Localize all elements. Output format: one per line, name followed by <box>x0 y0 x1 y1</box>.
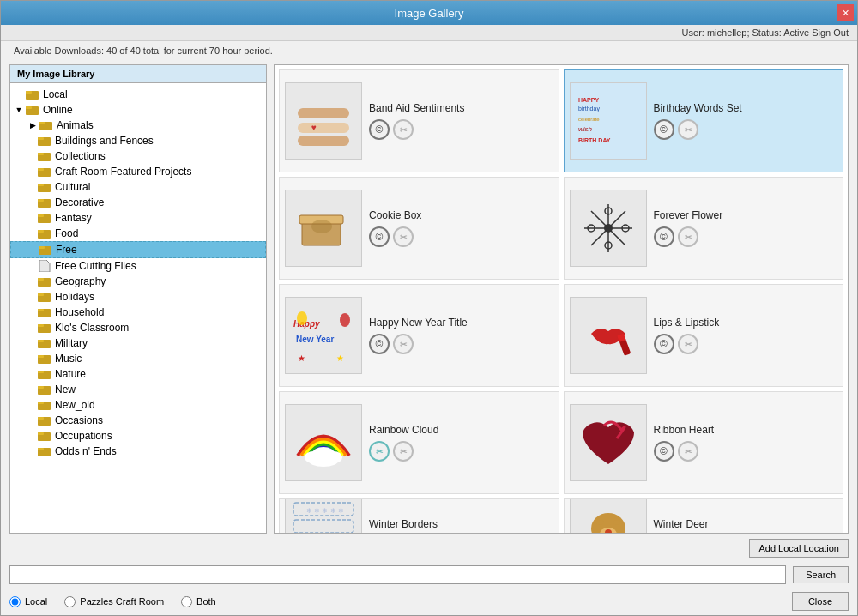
svg-rect-41 <box>38 417 44 420</box>
gallery-name-birthday: Birthday Words Set <box>654 102 838 114</box>
sidebar-item-music[interactable]: Music <box>10 351 266 366</box>
gallery-thumb-ribbon <box>570 404 647 481</box>
svg-text:★: ★ <box>336 353 344 363</box>
svg-text:birthday: birthday <box>578 106 600 112</box>
copyright-badge-birthday: © <box>654 119 674 140</box>
gallery-item-cookiebox[interactable]: Cookie Box © ✂ <box>279 177 559 280</box>
sidebar-item-klos[interactable]: Klo's Classroom <box>10 320 266 335</box>
svg-rect-35 <box>38 371 44 373</box>
sidebar-item-animals[interactable]: ▶ Animals <box>10 118 266 133</box>
folder-icon-collections <box>38 150 51 162</box>
gallery-info-newyear: Happy New Year Title © ✂ <box>369 317 553 354</box>
sidebar-item-cultural[interactable]: Cultural <box>10 179 266 195</box>
radio-both[interactable] <box>181 596 192 607</box>
gallery-item-flower[interactable]: Forever Flower © ✂ <box>564 177 844 280</box>
sidebar-label-online: Online <box>43 104 73 116</box>
svg-rect-33 <box>38 355 44 358</box>
gallery-item-bandaid[interactable]: ♥ Band Aid Sentiments © ✂ <box>279 69 559 172</box>
svg-rect-37 <box>38 386 44 389</box>
svg-rect-15 <box>38 199 44 202</box>
gallery-thumb-winterdeer <box>570 498 647 533</box>
copyright-badge-flower: © <box>654 226 674 247</box>
sidebar-item-collections[interactable]: Collections <box>10 148 266 164</box>
sidebar-item-new[interactable]: New <box>10 382 266 397</box>
svg-rect-31 <box>38 340 44 342</box>
radio-pazzles[interactable] <box>64 596 76 607</box>
sidebar-item-freecutting[interactable]: Free Cutting Files <box>10 258 266 274</box>
gallery-info-rainbow: Rainbow Cloud ✂ ✂ <box>369 424 553 462</box>
radio-both-label[interactable]: Both <box>181 596 216 607</box>
svg-rect-9 <box>38 153 44 155</box>
add-local-button[interactable]: Add Local Location <box>749 539 849 558</box>
svg-rect-3 <box>26 106 32 109</box>
sidebar-item-craftroom[interactable]: Craft Room Featured Projects <box>10 164 266 179</box>
sidebar-item-military[interactable]: Military <box>10 335 266 351</box>
scissors-badge-newyear: ✂ <box>393 334 414 354</box>
gallery-icons-cookiebox: © ✂ <box>369 226 553 247</box>
folder-icon-cultural <box>38 181 51 193</box>
title-bar: Image Gallery ✕ <box>1 1 857 25</box>
gallery-item-birthday[interactable]: HAPPY birthday celebrate wish BIRTH DAY … <box>564 69 844 172</box>
main-content: My Image Library Local ▼ Onl <box>1 60 857 534</box>
gallery-scroll[interactable]: ♥ Band Aid Sentiments © ✂ <box>275 65 848 533</box>
scissors-badge-rainbow: ✂ <box>369 441 390 462</box>
svg-rect-21 <box>39 246 45 249</box>
gallery-thumb-winterborders: ❄ ❄ ❄ ❄ ❄ <box>285 498 362 533</box>
sidebar-label-cultural: Cultural <box>55 181 90 193</box>
sidebar-item-fantasy[interactable]: Fantasy <box>10 210 266 226</box>
scissors-badge-flower: ✂ <box>678 226 698 247</box>
folder-icon-craftroom <box>38 166 51 178</box>
sidebar-label-geography: Geography <box>55 275 106 287</box>
svg-point-85 <box>595 520 604 525</box>
folder-icon-odds <box>38 445 51 457</box>
window-close-button[interactable]: ✕ <box>837 4 854 21</box>
scissors-badge-lips: ✂ <box>678 334 698 354</box>
folder-icon-occupations <box>38 430 51 442</box>
gallery-name-ribbon: Ribbon Heart <box>654 424 838 436</box>
sidebar-item-occasions[interactable]: Occasions <box>10 413 266 428</box>
user-status-text: User: michellep; Status: Active Sign Out <box>682 27 849 38</box>
radio-local-label[interactable]: Local <box>9 596 47 607</box>
radio-pazzles-text: Pazzles Craft Room <box>80 596 164 607</box>
user-bar: User: michellep; Status: Active Sign Out <box>1 25 857 41</box>
gallery-item-rainbow[interactable]: Rainbow Cloud ✂ ✂ <box>279 391 559 494</box>
folder-icon-music <box>38 353 51 365</box>
sidebar-item-odds[interactable]: Odds n' Ends <box>10 444 266 459</box>
gallery-item-ribbon[interactable]: Ribbon Heart © ✂ <box>564 391 844 494</box>
sidebar-item-newold[interactable]: New_old <box>10 397 266 413</box>
search-input[interactable] <box>9 565 786 584</box>
sidebar-item-occupations[interactable]: Occupations <box>10 428 266 444</box>
svg-text:BIRTH DAY: BIRTH DAY <box>578 137 611 143</box>
sidebar-item-geography[interactable]: Geography <box>10 274 266 289</box>
radio-local[interactable] <box>9 596 21 607</box>
gallery-item-newyear[interactable]: Happy New Year ★ ★ Happy New Year Title <box>279 284 559 387</box>
gallery-name-bandaid: Band Aid Sentiments <box>369 102 553 114</box>
sidebar-tree[interactable]: Local ▼ Online ▶ Animal <box>10 83 266 533</box>
search-button[interactable]: Search <box>793 566 849 583</box>
sidebar-item-nature[interactable]: Nature <box>10 366 266 382</box>
sidebar-item-food[interactable]: Food <box>10 226 266 241</box>
gallery-item-lips[interactable]: Lips & Lipstick © ✂ <box>564 284 844 387</box>
sidebar-item-holidays[interactable]: Holidays <box>10 289 266 305</box>
sidebar-item-free[interactable]: Free <box>10 241 266 258</box>
sidebar-item-local[interactable]: Local <box>10 87 266 102</box>
svg-rect-47 <box>298 123 349 133</box>
gallery-thumb-flower <box>570 190 647 267</box>
sidebar-item-buildings[interactable]: Buildings and Fences <box>10 133 266 148</box>
svg-rect-25 <box>38 293 44 296</box>
sidebar-item-decorative[interactable]: Decorative <box>10 195 266 210</box>
close-button[interactable]: Close <box>792 592 849 611</box>
radio-pazzles-label[interactable]: Pazzles Craft Room <box>64 596 164 607</box>
svg-text:wish: wish <box>578 125 593 133</box>
gallery-item-winterdeer[interactable]: Winter Deer <box>564 498 844 533</box>
sidebar-item-online[interactable]: ▼ Online <box>10 102 266 118</box>
sidebar-item-household[interactable]: Household <box>10 305 266 320</box>
folder-icon-household <box>38 306 51 318</box>
gallery-thumb-cookiebox <box>285 190 362 267</box>
folder-icon-buildings <box>38 135 51 147</box>
gallery-info-birthday: Birthday Words Set © ✂ <box>654 102 838 140</box>
expand-arrow-animals: ▶ <box>27 120 38 130</box>
scissors-badge-cookiebox: ✂ <box>393 226 414 247</box>
folder-icon-occasions <box>38 414 51 426</box>
gallery-item-winterborders[interactable]: ❄ ❄ ❄ ❄ ❄ Winter Borders <box>279 498 559 533</box>
